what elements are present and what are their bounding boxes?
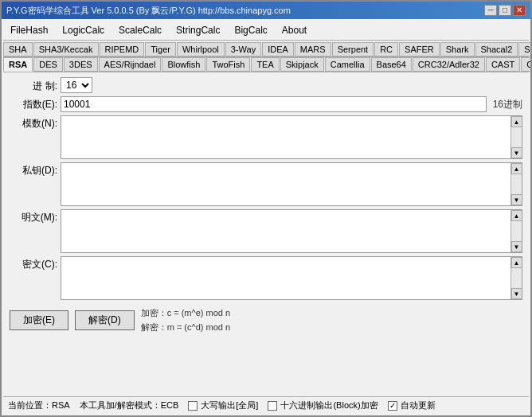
tab-safer[interactable]: SAFER	[399, 42, 440, 57]
auto-update-item: ✓ 自动更新	[388, 399, 436, 411]
tab-sha3[interactable]: SHA3/Keccak	[33, 42, 99, 57]
modulus-scrollbar: ▲ ▼	[510, 116, 522, 158]
exponent-input-area: 16进制	[61, 96, 522, 112]
modulus-scroll-up[interactable]: ▲	[511, 116, 522, 127]
uppercase-item: 大写输出[全局]	[188, 399, 258, 411]
ciphertext-textarea[interactable]	[61, 257, 510, 299]
encrypt-formula: 加密：c = (m^e) mod n	[141, 306, 230, 321]
content-area: FileHash LogicCalc ScaleCalc StringCalc …	[2, 19, 530, 415]
modulus-scroll-area: ▲ ▼	[61, 115, 522, 159]
tab-skipjack[interactable]: Skipjack	[280, 57, 324, 72]
ciphertext-scroll-down[interactable]: ▼	[511, 288, 522, 299]
tab-des[interactable]: DES	[33, 57, 63, 72]
tab-camellia[interactable]: Camellia	[325, 57, 370, 72]
tab-base64[interactable]: Base64	[371, 57, 412, 72]
key-textarea[interactable]	[61, 163, 510, 205]
tab-3way[interactable]: 3-Way	[225, 42, 261, 57]
uppercase-label: 大写输出[全局]	[201, 399, 258, 411]
tab-gost[interactable]: GOST	[521, 57, 530, 72]
tab-mars[interactable]: MARS	[295, 42, 331, 57]
tab-serpent[interactable]: Serpent	[332, 42, 374, 57]
menu-filehash[interactable]: FileHash	[3, 22, 55, 38]
status-bar: 当前位置：RSA 本工具加/解密模式：ECB 大写输出[全局] 十六进制输出(B…	[3, 396, 529, 414]
key-scroll-up[interactable]: ▲	[511, 163, 522, 174]
key-label: 私钥(D):	[10, 162, 57, 206]
exponent-hint: 16进制	[493, 98, 522, 111]
tab-whirlpool[interactable]: Whirlpool	[177, 42, 225, 57]
decrypt-formula: 解密：m = (c^d) mod n	[141, 321, 230, 335]
key-scroll-down[interactable]: ▼	[511, 194, 522, 205]
base-row: 进 制: 16 10 8 2	[10, 77, 522, 93]
tab-row-2: RSA DES 3DES AES/Rijndael Blowfish TwoFi…	[3, 57, 529, 72]
modulus-label: 模数(N):	[10, 115, 57, 159]
button-row: 加密(E) 解密(D) 加密：c = (m^e) mod n 解密：m = (c…	[10, 306, 522, 334]
menu-bar: FileHash LogicCalc ScaleCalc StringCalc …	[3, 21, 529, 41]
tab-rsa[interactable]: RSA	[3, 57, 33, 72]
hex-block-label: 十六进制输出(Block)加密	[280, 399, 377, 411]
menu-logiccalc[interactable]: LogicCalc	[55, 22, 111, 38]
encrypt-button[interactable]: 加密(E)	[10, 310, 68, 330]
tab-square[interactable]: Square	[518, 42, 530, 57]
modulus-textarea[interactable]	[61, 116, 510, 158]
title-bar: P.Y.G密码学综合工具 Ver 5.0.0.5 (By 飘云/P.Y.G) h…	[2, 2, 530, 19]
tab-sha[interactable]: SHA	[3, 42, 33, 57]
ciphertext-label: 密文(C):	[10, 256, 57, 300]
tab-tiger[interactable]: Tiger	[145, 42, 176, 57]
base-select[interactable]: 16 10 8 2	[61, 77, 92, 93]
key-scrollbar: ▲ ▼	[510, 163, 522, 205]
exponent-label: 指数(E):	[10, 96, 57, 111]
menu-stringcalc[interactable]: StringCalc	[169, 22, 227, 38]
key-scroll-area: ▲ ▼	[61, 162, 522, 206]
title-text: P.Y.G密码学综合工具 Ver 5.0.0.5 (By 飘云/P.Y.G) h…	[6, 5, 291, 17]
exponent-input[interactable]	[61, 96, 487, 112]
plaintext-scroll-up[interactable]: ▲	[511, 210, 522, 221]
maximize-button[interactable]: □	[499, 5, 511, 16]
tab-aes[interactable]: AES/Rijndael	[99, 57, 162, 72]
tab-cast[interactable]: CAST	[486, 57, 520, 72]
main-window: P.Y.G密码学综合工具 Ver 5.0.0.5 (By 飘云/P.Y.G) h…	[0, 0, 532, 417]
plaintext-textarea[interactable]	[61, 210, 510, 252]
tab-crc32[interactable]: CRC32/Adler32	[413, 57, 485, 72]
formula-area: 加密：c = (m^e) mod n 解密：m = (c^d) mod n	[141, 306, 230, 334]
minimize-button[interactable]: ─	[484, 5, 497, 16]
close-button[interactable]: ✕	[513, 5, 526, 16]
tab-idea[interactable]: IDEA	[262, 42, 294, 57]
auto-update-checkbox[interactable]: ✓	[388, 401, 397, 411]
main-form-area: 进 制: 16 10 8 2 指数(E): 16进制 模数(N):	[3, 72, 529, 396]
menu-bigcalc[interactable]: BigCalc	[227, 22, 274, 38]
plaintext-label: 明文(M):	[10, 209, 57, 253]
base-label: 进 制:	[10, 78, 57, 93]
decrypt-button[interactable]: 解密(D)	[75, 310, 135, 330]
modulus-scroll-down[interactable]: ▼	[511, 147, 522, 158]
tab-blowfish[interactable]: Blowfish	[162, 57, 205, 72]
hex-block-item: 十六进制输出(Block)加密	[268, 399, 377, 411]
tab-rc[interactable]: RC	[374, 42, 398, 57]
tab-row-1: SHA SHA3/Keccak RIPEMD Tiger Whirlpool 3…	[3, 42, 529, 57]
ciphertext-row: 密文(C): ▲ ▼	[10, 256, 522, 300]
ciphertext-scroll-area: ▲ ▼	[61, 256, 522, 300]
auto-update-label: 自动更新	[401, 399, 436, 411]
ciphertext-scrollbar: ▲ ▼	[510, 257, 522, 299]
tab-shacal2[interactable]: Shacal2	[475, 42, 518, 57]
plaintext-row: 明文(M): ▲ ▼	[10, 209, 522, 253]
plaintext-scroll-area: ▲ ▼	[61, 209, 522, 253]
key-row: 私钥(D): ▲ ▼	[10, 162, 522, 206]
tab-shark[interactable]: Shark	[440, 42, 475, 57]
tab-twofish[interactable]: TwoFish	[206, 57, 250, 72]
window-controls: ─ □ ✕	[484, 5, 526, 16]
uppercase-checkbox[interactable]	[188, 401, 198, 411]
status-mode: 本工具加/解密模式：ECB	[80, 399, 179, 411]
tab-tea[interactable]: TEA	[251, 57, 279, 72]
exponent-row: 指数(E): 16进制	[10, 96, 522, 112]
plaintext-scrollbar: ▲ ▼	[510, 210, 522, 252]
hex-block-checkbox[interactable]	[268, 401, 277, 411]
plaintext-scroll-down[interactable]: ▼	[511, 241, 522, 252]
menu-about[interactable]: About	[275, 22, 314, 38]
ciphertext-scroll-up[interactable]: ▲	[511, 257, 522, 268]
modulus-row: 模数(N): ▲ ▼	[10, 115, 522, 159]
menu-scalecalc[interactable]: ScaleCalc	[111, 22, 169, 38]
tab-3des[interactable]: 3DES	[64, 57, 98, 72]
status-location: 当前位置：RSA	[8, 399, 70, 411]
tab-ripemd[interactable]: RIPEMD	[100, 42, 145, 57]
